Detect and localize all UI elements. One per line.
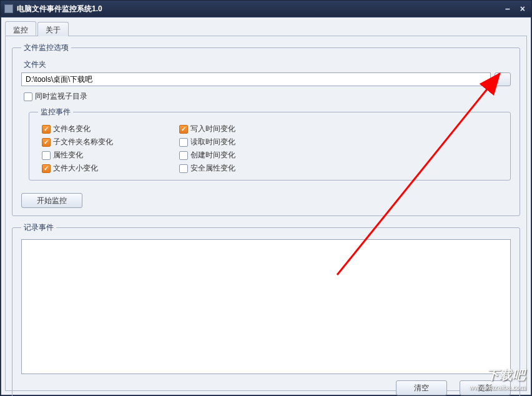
- events-legend: 监控事件: [38, 107, 73, 117]
- window-title: 电脑文件事件监控系统1.0: [17, 4, 503, 14]
- close-button[interactable]: ×: [518, 4, 528, 13]
- watermark-text: 下载吧: [470, 367, 526, 384]
- folder-input[interactable]: [21, 72, 491, 86]
- titlebar[interactable]: 电脑文件事件监控系统1.0 – ×: [1, 1, 531, 17]
- watermark: 下载吧 www.xiazaiba.com: [470, 367, 526, 391]
- folder-label: 文件夹: [24, 59, 511, 70]
- write-time-checkbox[interactable]: [179, 125, 188, 134]
- event-security-attr: 安全属性变化: [179, 163, 304, 174]
- filename-change-checkbox[interactable]: [42, 125, 51, 134]
- client-area: 监控 关于 文件监控选项 文件夹 同时监视子目录 监控事件: [1, 17, 531, 395]
- subfolder-rename-label[interactable]: 子文件夹名称变化: [53, 137, 113, 147]
- security-attr-label[interactable]: 安全属性变化: [190, 163, 235, 174]
- event-filename-change: 文件名变化: [42, 124, 167, 134]
- watermark-url: www.xiazaiba.com: [470, 384, 526, 391]
- options-fieldset: 文件监控选项 文件夹 同时监视子目录 监控事件 文件名变化: [12, 42, 520, 216]
- tab-strip: 监控 关于: [5, 21, 527, 36]
- folder-row: [21, 72, 511, 86]
- event-read-time: 读取时间变化: [179, 137, 304, 147]
- read-time-label[interactable]: 读取时间变化: [190, 137, 235, 147]
- options-legend: 文件监控选项: [21, 42, 71, 53]
- events-grid: 文件名变化 写入时间变化 子文件夹名称变化 读取时间变化: [42, 124, 501, 174]
- subfolder-rename-checkbox[interactable]: [42, 138, 51, 147]
- main-window: 电脑文件事件监控系统1.0 – × 监控 关于 文件监控选项 文件夹 同时监视子…: [0, 0, 532, 396]
- watch-subdirs-label[interactable]: 同时监视子目录: [35, 91, 87, 102]
- browse-button[interactable]: [495, 72, 511, 86]
- event-create-time: 创建时间变化: [179, 150, 304, 161]
- create-time-label[interactable]: 创建时间变化: [190, 150, 235, 161]
- events-fieldset: 监控事件 文件名变化 写入时间变化 子文件夹名称变化: [29, 107, 511, 181]
- read-time-checkbox[interactable]: [179, 138, 188, 147]
- size-change-label[interactable]: 文件大小变化: [53, 163, 98, 174]
- event-size-change: 文件大小变化: [42, 163, 167, 174]
- log-buttons: 清空 更新: [21, 380, 511, 395]
- watch-subdirs-checkbox[interactable]: [24, 92, 32, 101]
- security-attr-checkbox[interactable]: [179, 164, 188, 173]
- event-attr-change: 属性变化: [42, 150, 167, 161]
- write-time-label[interactable]: 写入时间变化: [190, 124, 235, 134]
- clear-button[interactable]: 清空: [396, 380, 447, 395]
- create-time-checkbox[interactable]: [179, 151, 188, 160]
- tab-about[interactable]: 关于: [37, 22, 69, 36]
- start-monitor-button[interactable]: 开始监控: [21, 193, 82, 208]
- filename-change-label[interactable]: 文件名变化: [53, 124, 91, 134]
- app-icon: [4, 4, 13, 13]
- size-change-checkbox[interactable]: [42, 164, 51, 173]
- attr-change-checkbox[interactable]: [42, 151, 51, 160]
- event-write-time: 写入时间变化: [179, 124, 304, 134]
- log-legend: 记录事件: [21, 222, 56, 233]
- log-textarea[interactable]: [21, 239, 511, 374]
- attr-change-label[interactable]: 属性变化: [53, 150, 83, 161]
- log-fieldset: 记录事件 清空 更新: [12, 222, 520, 396]
- watch-subdirs-row: 同时监视子目录: [24, 91, 511, 102]
- window-controls: – ×: [503, 4, 528, 13]
- tab-content: 文件监控选项 文件夹 同时监视子目录 监控事件 文件名变化: [5, 36, 527, 391]
- tab-monitor[interactable]: 监控: [5, 21, 36, 36]
- minimize-button[interactable]: –: [503, 4, 513, 13]
- event-subfolder-rename: 子文件夹名称变化: [42, 137, 167, 147]
